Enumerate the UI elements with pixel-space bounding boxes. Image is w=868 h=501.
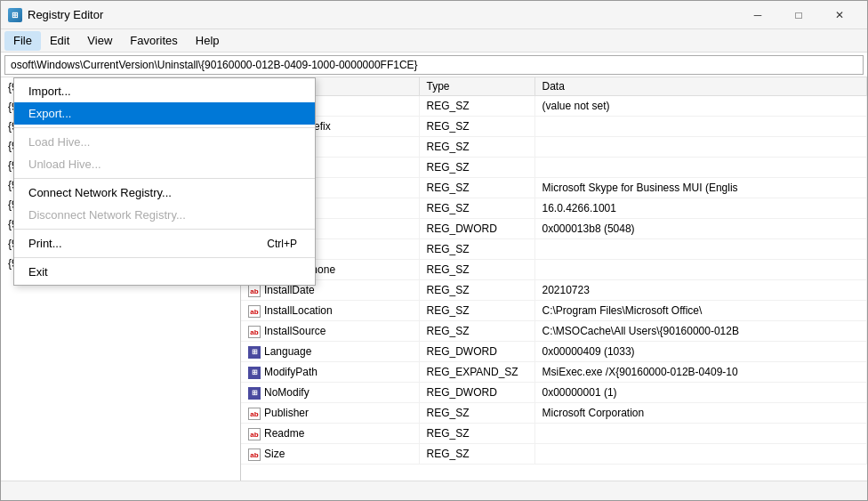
row-data: Microsoft Corporation (534, 403, 867, 424)
menu-help[interactable]: Help (187, 31, 229, 51)
status-bar (1, 481, 867, 500)
table-row[interactable]: abk REG_SZ (241, 239, 867, 260)
row-data (534, 137, 867, 158)
row-type: REG_SZ (419, 301, 534, 321)
row-type: REG_SZ (419, 96, 534, 117)
separator-1 (14, 127, 315, 128)
row-data (534, 260, 867, 280)
row-type: REG_SZ (419, 280, 534, 301)
row-data: 0x00000409 (1033) (534, 342, 867, 362)
row-data: 0x00000001 (1) (534, 383, 867, 403)
row-type: REG_DWORD (419, 219, 534, 239)
row-data (534, 117, 867, 137)
title-bar: ⊞ Registry Editor ─ □ ✕ (1, 1, 867, 29)
menu-view[interactable]: View (78, 31, 121, 51)
row-data: (value not set) (534, 96, 867, 117)
row-data (534, 239, 867, 260)
grid-icon: ⊞ (248, 346, 261, 359)
row-data: 16.0.4266.1001 (534, 198, 867, 219)
close-button[interactable]: ✕ (819, 1, 860, 29)
row-name: abPublisher (241, 403, 419, 424)
table-row[interactable]: ⊞Language REG_DWORD 0x00000409 (1033) (241, 342, 867, 362)
grid-icon: ⊞ (248, 367, 261, 379)
menu-print[interactable]: Print... Ctrl+P (14, 232, 315, 255)
row-data (534, 424, 867, 444)
menu-import[interactable]: Import... (14, 80, 315, 102)
menu-export[interactable]: Export... (14, 102, 315, 125)
grid-icon: ⊞ (248, 387, 261, 400)
ab-icon: ab (248, 448, 261, 461)
row-data: C:\Program Files\Microsoft Office\ (534, 301, 867, 321)
table-row[interactable]: abents REG_SZ (241, 137, 867, 158)
table-row[interactable]: abPublisher REG_SZ Microsoft Corporation (241, 403, 867, 424)
row-type: REG_SZ (419, 117, 534, 137)
row-name: abReadme (241, 424, 419, 444)
row-type: REG_SZ (419, 321, 534, 342)
row-type: REG_SZ (419, 158, 534, 178)
app-icon: ⊞ (8, 8, 22, 22)
ab-icon: ab (248, 408, 261, 420)
row-data: 0x000013b8 (5048) (534, 219, 867, 239)
maximize-button[interactable]: □ (778, 1, 819, 29)
table-row[interactable]: abSize REG_SZ (241, 444, 867, 465)
row-type: REG_SZ (419, 444, 534, 465)
address-input[interactable] (4, 55, 864, 75)
table-row[interactable]: ⊞edSize REG_DWORD 0x000013b8 (5048) (241, 219, 867, 239)
table-row[interactable]: abzedCDFPrefix REG_SZ (241, 117, 867, 137)
column-type[interactable]: Type (419, 77, 534, 96)
table-row[interactable]: ⊞ModifyPath REG_EXPAND_SZ MsiExec.exe /X… (241, 362, 867, 383)
table-row[interactable]: abHelpTelephone REG_SZ (241, 260, 867, 280)
table-row[interactable]: abReadme REG_SZ (241, 424, 867, 444)
row-type: REG_DWORD (419, 383, 534, 403)
row-name: abInstallSource (241, 321, 419, 342)
row-name: abInstallLocation (241, 301, 419, 321)
table-row[interactable]: abVersion REG_SZ 16.0.4266.1001 (241, 198, 867, 219)
window-controls: ─ □ ✕ (737, 1, 860, 29)
row-data (534, 158, 867, 178)
row-type: REG_SZ (419, 424, 534, 444)
data-panel[interactable]: Name Type Data ab(t) REG_SZ (value not s… (241, 77, 867, 481)
row-name: ⊞Language (241, 342, 419, 362)
minimize-button[interactable]: ─ (737, 1, 778, 29)
ab-icon: ab (248, 305, 261, 318)
table-row[interactable]: abInstallDate REG_SZ 20210723 (241, 280, 867, 301)
menu-exit[interactable]: Exit (14, 261, 315, 283)
row-name: abSize (241, 444, 419, 465)
menu-file[interactable]: File (4, 31, 41, 51)
row-data: 20210723 (534, 280, 867, 301)
row-type: REG_SZ (419, 178, 534, 198)
separator-2 (14, 178, 315, 179)
row-data: MsiExec.exe /X{90160000-012B-0409-10 (534, 362, 867, 383)
column-data[interactable]: Data (534, 77, 867, 96)
menu-bar: File Edit View Favorites Help (1, 29, 867, 53)
menu-favorites[interactable]: Favorites (121, 31, 186, 51)
table-row[interactable]: abName REG_SZ Microsoft Skype for Busine… (241, 178, 867, 198)
row-type: REG_SZ (419, 403, 534, 424)
table-row[interactable]: abInstallSource REG_SZ C:\MSOCache\All U… (241, 321, 867, 342)
row-type: REG_SZ (419, 260, 534, 280)
separator-4 (14, 257, 315, 258)
menu-edit[interactable]: Edit (41, 31, 78, 51)
row-name: ⊞ModifyPath (241, 362, 419, 383)
row-type: REG_EXPAND_SZ (419, 362, 534, 383)
row-data: Microsoft Skype for Business MUI (Englis (534, 178, 867, 198)
row-data: C:\MSOCache\All Users\{90160000-012B (534, 321, 867, 342)
address-bar (1, 53, 867, 77)
main-content: {90160000-006E-0409-1000-0000000... {901… (1, 77, 867, 481)
row-name: ⊞NoModify (241, 383, 419, 403)
table-row[interactable]: abInstallLocation REG_SZ C:\Program File… (241, 301, 867, 321)
table-row[interactable]: abt REG_SZ (241, 158, 867, 178)
ab-icon: ab (248, 428, 261, 440)
menu-unload-hive: Unload Hive... (14, 153, 315, 175)
registry-editor-window: ⊞ Registry Editor ─ □ ✕ File Edit View F… (0, 0, 868, 501)
table-row[interactable]: ab(t) REG_SZ (value not set) (241, 96, 867, 117)
file-dropdown-menu: Import... Export... Load Hive... Unload … (13, 77, 316, 286)
row-type: REG_SZ (419, 137, 534, 158)
ab-icon: ab (248, 326, 261, 338)
row-type: REG_DWORD (419, 342, 534, 362)
menu-connect-network[interactable]: Connect Network Registry... (14, 182, 315, 204)
ab-icon: ab (248, 285, 261, 297)
row-type: REG_SZ (419, 198, 534, 219)
table-row[interactable]: ⊞NoModify REG_DWORD 0x00000001 (1) (241, 383, 867, 403)
menu-disconnect-network: Disconnect Network Registry... (14, 204, 315, 226)
